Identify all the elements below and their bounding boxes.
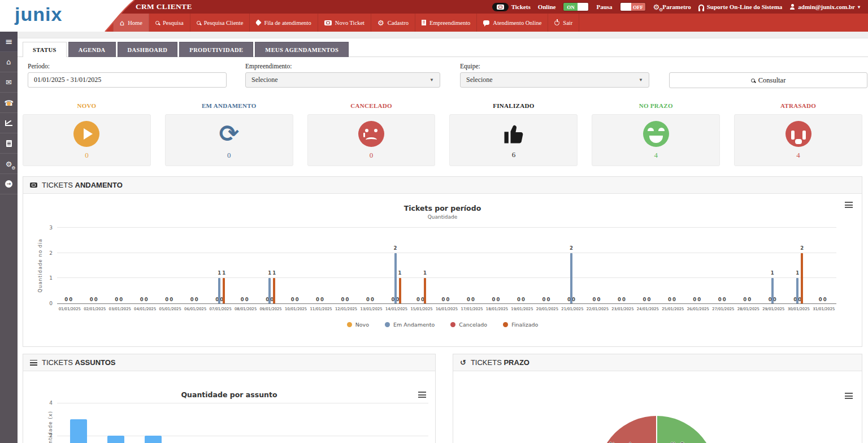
x-tick: 30/01/2025 xyxy=(788,307,810,311)
y-tick: 1 xyxy=(41,275,53,281)
card-cancelado[interactable]: 0 xyxy=(307,114,436,166)
equipe-value: Selecione xyxy=(466,76,493,84)
sidebar-item-menu[interactable]: ≡ xyxy=(0,32,18,52)
y-axis-title: Quantidade no dia xyxy=(37,229,43,302)
consultar-label: Consultar xyxy=(758,76,786,85)
zero-label: 0 xyxy=(170,297,173,302)
periodo-input[interactable] xyxy=(28,72,227,88)
card-title-cancelado: CANCELADO xyxy=(307,102,436,109)
zero-label: 0 xyxy=(320,297,324,302)
chart-menu-icon[interactable] xyxy=(418,392,426,398)
thumbs-up-icon xyxy=(501,121,526,146)
zero-label: 0 xyxy=(241,297,244,302)
nav-item-novo-ticket[interactable]: Novo Ticket xyxy=(318,14,371,32)
zero-label: 0 xyxy=(672,297,676,302)
legend-dot xyxy=(450,322,455,327)
card-em-andamento[interactable]: ⟳ 0 xyxy=(165,114,293,166)
tickets-button[interactable]: Tickets xyxy=(492,3,531,11)
tab-agenda[interactable]: AGENDA xyxy=(68,42,116,57)
nav-item-atendimento-online[interactable]: Atendimento Online xyxy=(477,14,548,32)
sidebar-item-mail[interactable]: ✉ xyxy=(0,72,18,93)
nav-item-label: Cadastro xyxy=(388,20,409,26)
panel-tickets-prazo: ↺ TICKETS PRAZO Atrasado No Prazo xyxy=(453,354,862,443)
search-icon xyxy=(197,21,201,25)
value-label: 1 xyxy=(272,270,276,276)
card-count: 4 xyxy=(654,151,658,160)
mail-icon: ✉ xyxy=(6,79,12,86)
zero-label: 0 xyxy=(622,297,626,302)
zero-label: 0 xyxy=(718,297,722,302)
sidebar-item-expand[interactable]: → xyxy=(0,174,18,194)
value-label: 1 xyxy=(771,270,774,276)
legend-item[interactable]: Finalizado xyxy=(503,322,538,328)
nav-item-pesquisa-cliente[interactable]: Pesquisa Cliente xyxy=(190,14,250,32)
nav-item-sair[interactable]: Sair xyxy=(548,14,579,32)
gridline xyxy=(57,253,836,253)
consultar-button[interactable]: Consultar xyxy=(669,72,867,88)
zero-label: 0 xyxy=(471,297,475,302)
power-icon xyxy=(554,20,559,25)
header-strip xyxy=(18,32,868,38)
empreendimento-select[interactable]: Selecione ▼ xyxy=(245,72,440,88)
panel-tickets-assuntos: TICKETS ASSUNTOS Quantidade por assunto … xyxy=(23,354,436,443)
chat-icon xyxy=(483,20,489,25)
zero-label: 0 xyxy=(618,297,621,302)
search-icon xyxy=(751,79,755,82)
tab-dashboard[interactable]: DASHBOARD xyxy=(118,42,178,57)
equipe-select[interactable]: Selecione ▼ xyxy=(460,72,649,88)
nav-item-label: Sair xyxy=(563,20,572,26)
card-finalizado[interactable]: 6 xyxy=(449,114,578,166)
value-label: 2 xyxy=(800,245,804,251)
card-title-finalizado: FINALIZADO xyxy=(449,102,578,109)
x-tick: 26/01/2025 xyxy=(687,307,709,311)
legend-item[interactable]: Cancelado xyxy=(450,322,487,328)
zero-label: 0 xyxy=(366,297,370,302)
sidebar-item-documents[interactable] xyxy=(0,133,18,154)
sidebar-item-home[interactable]: ⌂ xyxy=(0,52,18,72)
sidebar-item-phone[interactable]: ☎ xyxy=(0,93,18,113)
gears-icon: ⚙⚙ xyxy=(6,159,12,169)
card-novo[interactable]: 0 xyxy=(23,114,151,166)
nav-item-empreendimento[interactable]: Empreendimento xyxy=(415,14,477,32)
parametro-button[interactable]: ⚙⚙ Parametro xyxy=(653,3,691,11)
x-tick: 22/01/2025 xyxy=(587,307,609,311)
chart-menu-icon[interactable] xyxy=(845,202,853,208)
legend-item[interactable]: Novo xyxy=(347,322,369,328)
prazo-donut[interactable] xyxy=(597,416,716,443)
nav-item-label: Empreendimento xyxy=(429,20,470,26)
user-email: admin@junix.com.br xyxy=(798,3,855,10)
junix-logo[interactable]: junix xyxy=(15,3,62,25)
nav-item-cadastro[interactable]: ⚙Cadastro xyxy=(371,14,415,32)
legend-item[interactable]: Em Andamento xyxy=(385,322,435,328)
x-tick: 11/01/2025 xyxy=(310,307,332,311)
nav-item-fila-de-atendimento[interactable]: Fila de atendimento xyxy=(250,14,318,32)
caret-down-icon: ▾ xyxy=(858,5,860,10)
chart-title: Quantidade por assunto xyxy=(23,390,435,399)
card-atrasado[interactable]: 4 xyxy=(734,114,862,166)
filter-bar: Período: Empreendimento: Selecione ▼ Equ… xyxy=(23,63,862,95)
tab-meus-agendamentos[interactable]: MEUS AGENDAMENTOS xyxy=(255,42,349,57)
zero-label: 0 xyxy=(416,297,420,302)
chart-menu-icon[interactable] xyxy=(845,393,853,399)
card-title-atrasado: ATRASADO xyxy=(734,102,862,109)
user-menu[interactable]: admin@junix.com.br ▾ xyxy=(789,3,860,10)
tab-produtividade[interactable]: PRODUTIVIDADE xyxy=(179,42,253,57)
sidebar-item-reports[interactable] xyxy=(0,113,18,133)
tab-status[interactable]: STATUS xyxy=(23,42,67,57)
x-tick: 08/01/2025 xyxy=(235,307,257,311)
card-no-prazo[interactable]: 4 xyxy=(592,114,720,166)
sidebar-item-settings[interactable]: ⚙⚙ xyxy=(0,154,18,174)
bar-assunto xyxy=(145,436,162,443)
y-tick: 2 xyxy=(40,433,53,438)
online-toggle[interactable]: ON xyxy=(563,2,589,11)
legend-dot xyxy=(503,322,508,327)
list-icon xyxy=(30,360,37,366)
zero-label: 0 xyxy=(190,297,194,302)
zero-label: 0 xyxy=(496,297,500,302)
suporte-button[interactable]: Suporte On-Line do Sistema xyxy=(698,3,783,10)
pausa-toggle[interactable]: OFF xyxy=(620,2,646,11)
user-icon xyxy=(789,4,795,10)
toggle-knob xyxy=(620,3,631,11)
caret-down-icon: ▼ xyxy=(429,77,434,82)
value-label: 2 xyxy=(394,245,397,251)
